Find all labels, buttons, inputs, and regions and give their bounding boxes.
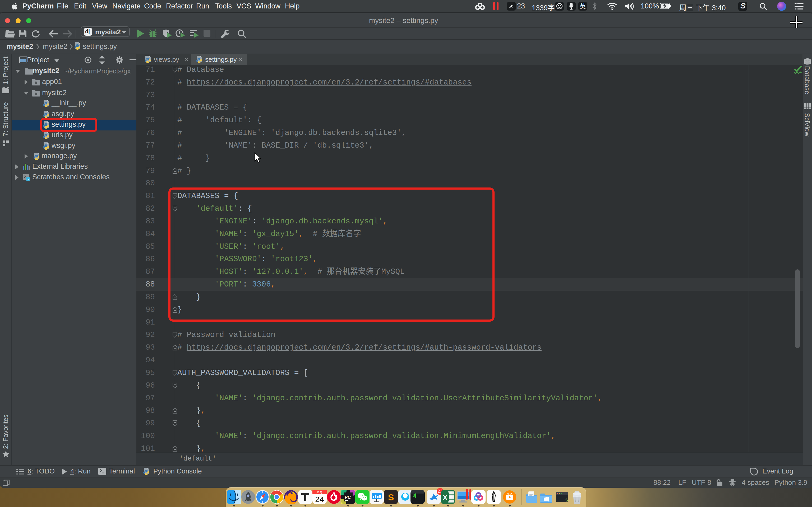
- svg-text:PC: PC: [345, 495, 351, 500]
- svg-text:24: 24: [315, 495, 324, 504]
- svg-text:$▌: $▌: [413, 493, 417, 498]
- svg-text:S: S: [565, 498, 568, 503]
- svg-text:11月: 11月: [317, 491, 322, 494]
- svg-text:S: S: [388, 492, 394, 502]
- svg-text:X: X: [443, 494, 448, 501]
